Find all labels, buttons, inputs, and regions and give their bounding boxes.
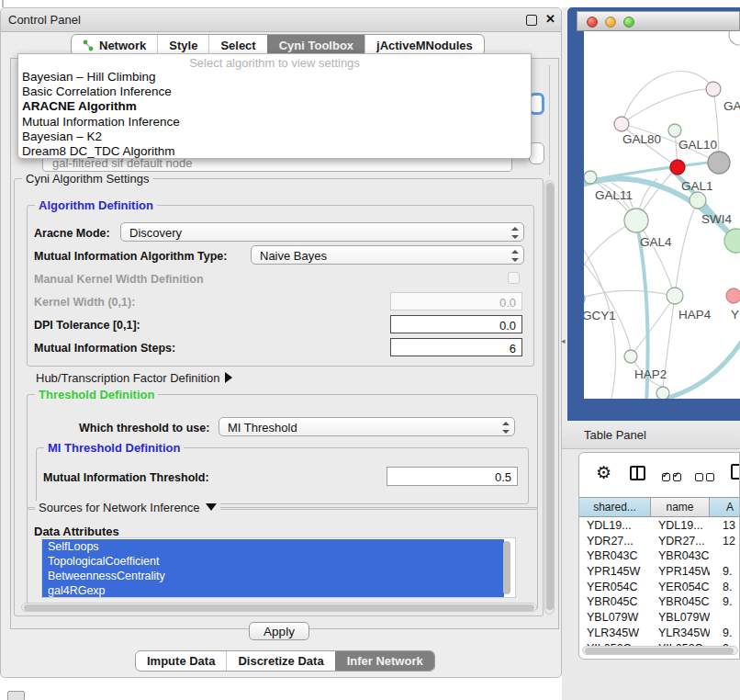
tab-jactivemnodules[interactable]: jActiveMNodules <box>364 35 484 55</box>
column-header-partial[interactable]: A <box>710 498 740 516</box>
collapsed-arrow-icon <box>225 372 232 383</box>
data-attributes-listbox[interactable]: SelfLoopsTopologicalCoefficientBetweenne… <box>41 537 516 598</box>
mi-threshold-field[interactable]: 0.5 <box>387 467 518 486</box>
table-row[interactable]: YDR27...YDR27...12 <box>579 535 740 550</box>
export-table-icon[interactable] <box>731 464 740 480</box>
minimize-traffic-light-icon[interactable] <box>605 17 616 28</box>
kernel-width-field[interactable]: 0.0 <box>390 292 522 310</box>
table-cell: YER054C <box>651 581 710 596</box>
zoom-traffic-light-icon[interactable] <box>623 17 634 28</box>
tab-select[interactable]: Select <box>208 35 266 55</box>
table-horizontal-scrollbar[interactable] <box>582 646 738 655</box>
attribute-item[interactable]: TopologicalCoefficient <box>42 554 504 569</box>
tab-discretize-data[interactable]: Discretize Data <box>226 651 334 671</box>
dpi-tolerance-label: DPI Tolerance [0,1]: <box>34 319 140 332</box>
close-traffic-light-icon[interactable] <box>587 17 598 28</box>
node-bottom[interactable] <box>656 387 669 399</box>
table-row[interactable]: YLR345WYLR345W9. <box>579 627 740 642</box>
network-canvas[interactable]: GAL8 GAL80 GAL10 GAL1 GAL11 SWI4 GAL4 GC… <box>584 31 740 399</box>
column-header-name[interactable]: name <box>651 498 710 516</box>
apply-button[interactable]: Apply <box>249 622 309 640</box>
node-gal11[interactable] <box>584 171 597 184</box>
node-swi4[interactable] <box>690 192 706 209</box>
group-title: MI Threshold Definition <box>44 441 184 455</box>
algorithm-dropdown-list: Bayesian – Hill ClimbingBasic Correlatio… <box>18 70 531 159</box>
scrollbar-thumb[interactable] <box>585 648 734 654</box>
scrollbar-thumb[interactable] <box>24 604 534 611</box>
column-header-shared[interactable]: shared... <box>579 498 651 516</box>
splitter-collapse-icon[interactable]: ◂ <box>561 336 566 345</box>
node-gal80[interactable] <box>614 117 629 131</box>
node-unlabeled[interactable] <box>668 124 681 137</box>
node-gal8[interactable] <box>706 82 721 96</box>
settings-vertical-scrollbar[interactable] <box>544 180 555 615</box>
manual-kernel-label: Manual Kernel Width Definition <box>34 273 204 286</box>
manual-kernel-checkbox[interactable] <box>508 272 520 284</box>
dpi-tolerance-field[interactable]: 0.0 <box>390 315 522 333</box>
which-threshold-combobox[interactable]: MI Threshold <box>219 417 515 436</box>
hide-columns-icon[interactable] <box>695 469 717 485</box>
network-window-titlebar[interactable] <box>577 11 740 31</box>
table-row[interactable]: YBR045CYBR045C9. <box>579 595 740 611</box>
mi-steps-label: Mutual Information Steps: <box>34 342 175 355</box>
float-window-icon[interactable] <box>526 15 537 26</box>
table-cell: 9. <box>710 565 740 581</box>
network-graph: GAL8 GAL80 GAL10 GAL1 GAL11 SWI4 GAL4 GC… <box>584 31 740 399</box>
expanded-arrow-icon <box>206 503 217 511</box>
scrollbar-thumb[interactable] <box>546 183 554 610</box>
split-pane-icon[interactable] <box>630 466 645 480</box>
node-gal4[interactable] <box>624 209 648 232</box>
close-icon[interactable]: ✕ <box>545 12 555 26</box>
table-cell: 12 <box>710 535 740 550</box>
scrollbar-thumb[interactable] <box>503 541 510 594</box>
aracne-mode-combobox[interactable]: Discovery <box>120 222 524 242</box>
table-row[interactable]: YDL19...YDL19...13 <box>579 519 740 535</box>
mi-steps-field[interactable]: 6 <box>390 338 522 356</box>
field-value: 0.5 <box>495 470 511 484</box>
which-threshold-label: Which threshold to use: <box>79 422 209 435</box>
algorithm-option[interactable]: Basic Correlation Inference <box>18 85 531 99</box>
sources-expander[interactable]: Sources for Network Inference <box>35 501 220 514</box>
control-panel-titlebar[interactable]: Control Panel ✕ <box>1 8 561 32</box>
node-label: GAL10 <box>678 138 717 152</box>
algorithm-option[interactable]: Mutual Information Inference <box>18 115 531 130</box>
node-hap2[interactable] <box>624 350 637 363</box>
attributes-vertical-scrollbar[interactable] <box>502 539 512 596</box>
gear-icon[interactable]: ⚙ <box>596 462 611 482</box>
node-gal1[interactable] <box>670 160 685 175</box>
algorithm-dropdown-popup: Select algorithm to view settings Bayesi… <box>17 53 532 159</box>
algorithm-option[interactable]: Bayesian – K2 <box>18 130 531 144</box>
node-gcy1[interactable] <box>584 292 585 305</box>
node-gal10[interactable] <box>708 152 730 174</box>
bottom-tab-bar: Impute Data Discretize Data Infer Networ… <box>135 650 435 672</box>
settings-horizontal-scrollbar[interactable] <box>21 603 537 612</box>
tab-infer-network[interactable]: Infer Network <box>335 651 434 671</box>
attribute-item[interactable]: gal4RGexp <box>42 583 504 598</box>
table-panel: Table Panel ⚙ shared... name A YDL19...Y… <box>562 421 740 700</box>
tab-label: jActiveMNodules <box>376 39 473 52</box>
table-row[interactable]: YBR043CYBR043C <box>579 549 740 565</box>
mi-type-combobox[interactable]: Naive Bayes <box>251 245 524 265</box>
tab-network[interactable]: Network <box>72 35 157 55</box>
node-y[interactable] <box>726 288 740 303</box>
hub-definition-expander[interactable]: Hub/Transcription Factor Definition <box>36 369 232 386</box>
tab-impute-data[interactable]: Impute Data <box>136 651 226 671</box>
show-checked-columns-icon[interactable] <box>662 469 684 485</box>
tab-style[interactable]: Style <box>157 35 208 55</box>
attribute-item[interactable]: BetweennessCentrality <box>42 569 504 583</box>
node-label: GCY1 <box>584 309 616 322</box>
tab-label: Discretize Data <box>238 654 323 668</box>
attribute-item[interactable]: SelfLoops <box>42 539 504 554</box>
table-cell: YBR045C <box>651 595 710 611</box>
algorithm-option[interactable]: ARACNE Algorithm <box>18 99 531 114</box>
tab-cyni-toolbox[interactable]: Cyni Toolbox <box>267 35 364 55</box>
table-cell: YBL079W <box>579 611 651 627</box>
node-hap4[interactable] <box>667 288 683 304</box>
algorithm-option[interactable]: Dream8 DC_TDC Algorithm <box>18 144 531 159</box>
algorithm-option[interactable]: Bayesian – Hill Climbing <box>18 70 531 85</box>
table-row[interactable]: YPR145WYPR145W9. <box>579 565 740 581</box>
table-row[interactable]: YER054CYER054C8. <box>579 581 740 596</box>
table-row[interactable]: YBL079WYBL079W <box>579 611 740 627</box>
table-panel-titlebar[interactable]: Table Panel <box>562 421 740 449</box>
minimized-panel-icon[interactable] <box>7 691 25 700</box>
